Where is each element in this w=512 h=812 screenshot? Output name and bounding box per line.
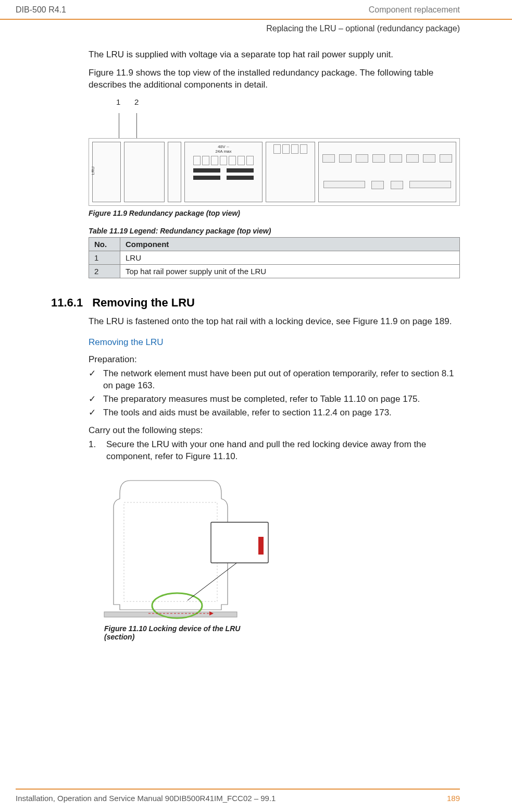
section-heading: 11.6.1 Removing the LRU: [51, 296, 460, 310]
voltage-line-2: 24A max: [185, 149, 262, 154]
cell-no: 1: [89, 251, 120, 264]
section-title: Removing the LRU: [92, 296, 195, 310]
page-header: DIB-500 R4.1 Component replacement: [0, 0, 512, 20]
th-no: No.: [89, 237, 120, 251]
figure-11-10-caption: Figure 11.10 Locking device of the LRU (…: [104, 624, 271, 641]
table-row: 2 Top hat rail power supply unit of the …: [89, 264, 460, 278]
procedure-heading: Removing the LRU: [89, 337, 460, 348]
svg-rect-0: [104, 612, 237, 617]
check-text: The network element must have been put o…: [103, 368, 460, 392]
carry-out-label: Carry out the following steps:: [89, 425, 460, 437]
cell-component: LRU: [120, 251, 460, 264]
step-number: 1.: [89, 439, 99, 463]
lru-block: LRU: [92, 142, 121, 202]
check-text: The preparatory measures must be complet…: [103, 393, 420, 405]
intro-paragraph-1: The LRU is supplied with voltage via a s…: [89, 49, 460, 61]
section-path: Replacing the LRU – optional (redundancy…: [0, 20, 512, 43]
manual-ref: Installation, Operation and Service Manu…: [16, 794, 276, 803]
cell-component: Top hat rail power supply unit of the LR…: [120, 264, 460, 278]
step-text: Secure the LRU with your one hand and pu…: [106, 439, 460, 463]
aux-block: [266, 142, 315, 202]
page-content: The LRU is supplied with voltage via a s…: [0, 49, 512, 641]
locking-device-diagram: [99, 470, 271, 621]
section-number: 11.6.1: [51, 296, 83, 310]
intro-paragraph-2: Figure 11.9 shows the top view of the in…: [89, 67, 460, 91]
list-item: The tools and aids must be available, re…: [89, 407, 460, 419]
check-icon: [89, 407, 96, 419]
page-footer: Installation, Operation and Service Manu…: [16, 789, 460, 803]
page-number: 189: [447, 794, 460, 803]
table-row: 1 LRU: [89, 251, 460, 264]
svg-rect-4: [258, 537, 264, 555]
list-item: The network element must have been put o…: [89, 368, 460, 392]
figure-11-10: Figure 11.10 Locking device of the LRU (…: [99, 470, 271, 641]
figure-11-9-caption: Figure 11.9 Redundancy package (top view…: [89, 209, 460, 217]
legend-table: No. Component 1 LRU 2 Top hat rail power…: [89, 237, 460, 278]
list-item: 1.Secure the LRU with your one hand and …: [89, 439, 460, 463]
chapter-name: Component replacement: [369, 5, 460, 15]
cell-no: 2: [89, 264, 120, 278]
section-paragraph: The LRU is fastened onto the top hat rai…: [89, 316, 460, 328]
preparation-list: The network element must have been put o…: [89, 368, 460, 419]
check-icon: [89, 393, 96, 405]
callout-2: 2: [134, 97, 139, 106]
pdu-block: 48V ⎓ 24A max: [184, 142, 263, 202]
steps-list: 1.Secure the LRU with your one hand and …: [89, 439, 460, 463]
lru-label: LRU: [91, 166, 95, 175]
voltage-line-1: 48V ⎓: [185, 144, 262, 149]
spacer-block: [168, 142, 181, 202]
figure-11-9: 1 2 LRU 48V ⎓ 24A max: [89, 97, 460, 217]
check-icon: [89, 368, 96, 392]
th-component: Component: [120, 237, 460, 251]
schematic-diagram: LRU 48V ⎓ 24A max: [89, 138, 460, 206]
preparation-label: Preparation:: [89, 354, 460, 366]
psu-block: [124, 142, 165, 202]
table-11-19-caption: Table 11.19 Legend: Redundancy package (…: [89, 227, 460, 235]
callout-1: 1: [116, 97, 120, 106]
list-item: The preparatory measures must be complet…: [89, 393, 460, 405]
connector-panel: [318, 142, 456, 202]
check-text: The tools and aids must be available, re…: [103, 407, 392, 419]
product-code: DIB-500 R4.1: [16, 5, 66, 15]
